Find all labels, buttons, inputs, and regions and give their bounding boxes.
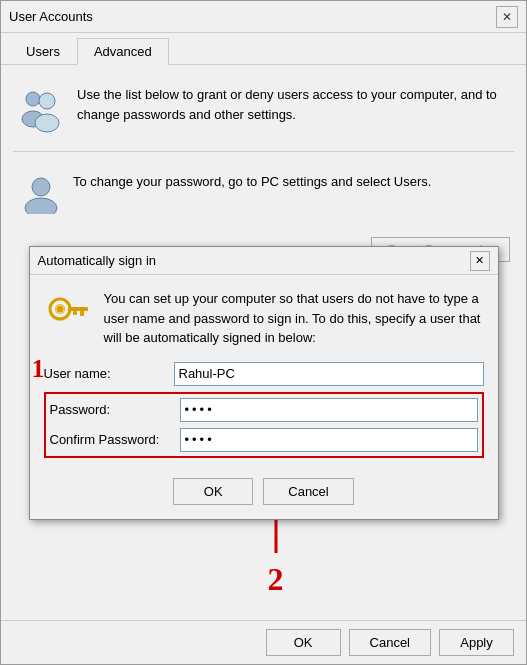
confirm-password-row: Confirm Password: xyxy=(50,428,478,452)
modal-ok-button[interactable]: OK xyxy=(173,478,253,505)
key-icon-container xyxy=(44,289,92,340)
username-input[interactable] xyxy=(174,362,484,386)
svg-rect-10 xyxy=(68,307,88,311)
title-bar: User Accounts ✕ xyxy=(1,1,526,33)
title-bar-controls: ✕ xyxy=(496,6,518,28)
cancel-button[interactable]: Cancel xyxy=(349,629,431,656)
username-row: User name: xyxy=(44,362,484,386)
password-row: Password: xyxy=(50,398,478,422)
password-label: Password: xyxy=(50,402,180,417)
separator-1 xyxy=(13,151,514,152)
apply-button[interactable]: Apply xyxy=(439,629,514,656)
modal-description: You can set up your computer so that use… xyxy=(104,289,484,348)
content-wrapper: To change your password, go to PC settin… xyxy=(13,158,514,608)
ok-button[interactable]: OK xyxy=(266,629,341,656)
modal-title-bar: Automatically sign in ✕ xyxy=(30,247,498,275)
users-icon-container xyxy=(17,85,65,133)
user-accounts-window: User Accounts ✕ Users Advanced xyxy=(0,0,527,665)
window-title: User Accounts xyxy=(9,9,93,24)
username-label: User name: xyxy=(44,366,174,381)
key-icon xyxy=(44,289,92,337)
modal-buttons: OK Cancel xyxy=(44,478,484,505)
users-group-icon xyxy=(17,85,65,133)
svg-point-2 xyxy=(39,93,55,109)
modal-cancel-button[interactable]: Cancel xyxy=(263,478,353,505)
form-wrapper: 1 User name: Password: xyxy=(44,362,484,464)
main-info-section: Use the list below to grant or deny user… xyxy=(13,77,514,145)
svg-point-3 xyxy=(35,114,59,132)
modal-title: Automatically sign in xyxy=(38,253,157,268)
main-description: Use the list below to grant or deny user… xyxy=(77,85,510,124)
modal-backdrop: Automatically sign in ✕ xyxy=(13,158,514,608)
close-button[interactable]: ✕ xyxy=(496,6,518,28)
confirm-password-input[interactable] xyxy=(180,428,478,452)
window-content: Use the list below to grant or deny user… xyxy=(1,65,526,620)
svg-point-0 xyxy=(26,92,40,106)
modal-close-button[interactable]: ✕ xyxy=(470,251,490,271)
svg-rect-12 xyxy=(73,311,77,315)
tab-advanced[interactable]: Advanced xyxy=(77,38,169,65)
window-footer: OK Cancel Apply xyxy=(1,620,526,664)
tab-bar: Users Advanced xyxy=(1,33,526,65)
confirm-password-label: Confirm Password: xyxy=(50,432,180,447)
annotation-number-1: 1 xyxy=(32,354,45,384)
modal-content: You can set up your computer so that use… xyxy=(30,275,498,519)
password-group: Password: Confirm Password: xyxy=(44,392,484,458)
auto-signin-dialog: Automatically sign in ✕ xyxy=(29,246,499,520)
password-input[interactable] xyxy=(180,398,478,422)
svg-rect-11 xyxy=(80,311,84,316)
modal-info-row: You can set up your computer so that use… xyxy=(44,289,484,348)
tab-users[interactable]: Users xyxy=(9,38,77,65)
